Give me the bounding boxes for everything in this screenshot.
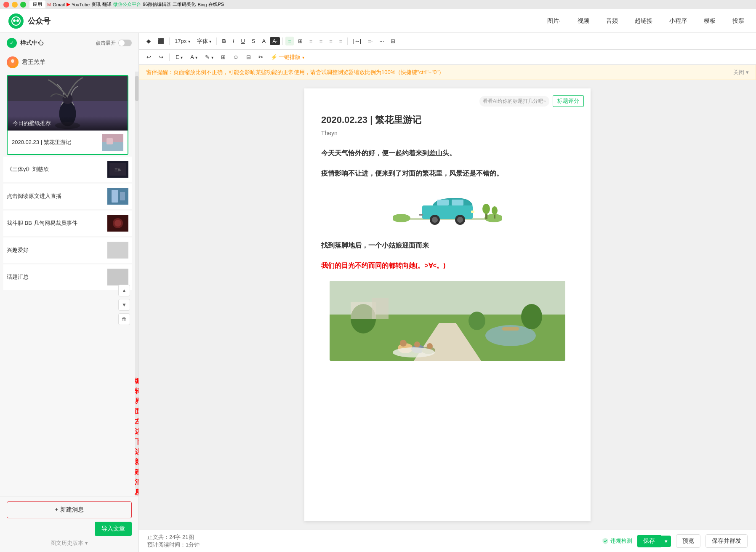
tab-qrcode[interactable]: 二维码美化 (173, 1, 196, 8)
warning-banner: 窗伴提醒：页面缩放比例不正确，可能会影响某些功能的正常使用，请尝试调整浏览器缩放… (139, 65, 756, 80)
tab-news[interactable]: 资讯 (91, 1, 101, 8)
article-item-1[interactable]: 《三体yi》刘慈欣 三体 (3, 157, 132, 182)
article-title-5: 话题汇总 (7, 273, 104, 281)
toolbar-list[interactable]: ≡· (365, 37, 375, 45)
toolbar-textcolor[interactable]: A (260, 37, 269, 45)
toolbar-code[interactable]: ✂ (256, 53, 266, 61)
tab-gmail[interactable]: Gmail (53, 2, 65, 7)
toolbar-bold[interactable]: B (219, 37, 228, 45)
article-item-2[interactable]: 点击阅读原文进入直播 (3, 184, 132, 209)
toolbar-format-icon[interactable]: ◆ (144, 37, 153, 45)
close-banner-button[interactable]: 关闭 ▾ (733, 69, 749, 76)
import-article-button[interactable]: 导入文章 (95, 522, 132, 536)
featured-article[interactable]: 今日的壁纸推荐 2020.02.23 | 繁花里游记 (7, 75, 128, 155)
toolbar-insert-box[interactable]: ⊞ (218, 53, 228, 61)
tab-bing[interactable]: Bing (197, 2, 207, 7)
svg-point-37 (482, 204, 490, 214)
new-message-button[interactable]: + 新建消息 (7, 501, 132, 518)
toolbar-underline[interactable]: U (238, 37, 247, 45)
sidebar-arrow-panel: ▲ ▼ 🗑 (118, 285, 130, 325)
toolbar-onekey-layout[interactable]: ⚡ 一键排版 ▾ (268, 52, 307, 62)
toolbar-emoji[interactable]: ☺ (231, 53, 241, 61)
tab-youtube[interactable]: YouTube (72, 2, 90, 7)
toolbar-redo[interactable]: ↪ (156, 53, 166, 61)
toolbar-divider[interactable]: ⊟ (244, 53, 253, 61)
toolbar-indent-left[interactable]: ≡ (327, 37, 335, 45)
tab-apps[interactable]: 应用 (29, 0, 45, 8)
top-nav-right: 图片· 视频 音频 超链接 小程序 模板 投票 (544, 16, 748, 27)
nav-template[interactable]: 模板 (700, 16, 719, 27)
toolbar-strikethrough[interactable]: S (249, 37, 258, 45)
top-nav: 公众号 图片· 视频 音频 超链接 小程序 模板 投票 (0, 9, 756, 33)
scroll-down-button[interactable]: ▼ (118, 299, 130, 311)
svg-rect-18 (120, 192, 125, 200)
svg-text:三体: 三体 (114, 168, 121, 172)
save-button[interactable]: 保存 (637, 535, 661, 547)
editor-content-wrapper[interactable]: 看看AI给你的标题打几分吧~ 标题评分 2020.02.23 | 繁花里游记 T… (139, 80, 756, 530)
article-thumb-5 (107, 269, 128, 285)
article-para-2: 疫情影响不让进，便来到了对面的繁花里，风景还是不错的。 (321, 167, 574, 180)
status-right: 违规检测 保存 ▾ 预览 保存并群发 (602, 534, 748, 548)
toolbar-bgcolor[interactable]: A· (270, 37, 280, 45)
toggle-switch[interactable]: 点击展开 (96, 40, 132, 47)
sidebar-scrollbar[interactable] (135, 72, 138, 496)
label-rating-button[interactable]: 标题评分 (553, 95, 584, 107)
toggle-pill[interactable] (118, 40, 132, 46)
toolbar-table[interactable]: ⊞ (388, 37, 398, 45)
browser-minimize[interactable] (12, 2, 18, 8)
style-center-left: ✓ 样式中心 (7, 38, 44, 48)
tab-ps[interactable]: 在线PS (208, 1, 224, 8)
preview-button[interactable]: 预览 (676, 534, 700, 548)
toolbar-align-center[interactable]: ⊞ (295, 37, 305, 45)
article-para-1: 今天天气恰外的好，便一起约着来到差山头。 (321, 147, 574, 160)
toolbar-align-left[interactable]: ≡ (285, 37, 294, 45)
toolbar-fontsize[interactable]: 17px ▾ (172, 37, 193, 45)
article-author: Theyn (321, 130, 574, 136)
nav-miniapp[interactable]: 小程序 (666, 16, 690, 27)
nav-audio[interactable]: 音频 (603, 16, 621, 27)
scroll-up-button[interactable]: ▲ (118, 285, 130, 296)
toolbar-brush[interactable]: ✎ ▾ (202, 53, 216, 61)
toolbar-align-justify[interactable]: ≡ (317, 37, 325, 45)
svg-rect-12 (106, 138, 113, 144)
article-item-4[interactable]: 兴趣爱好 (3, 237, 132, 263)
toolbar-align-right[interactable]: ≡ (307, 37, 315, 45)
toolbar-more[interactable]: ··· (377, 37, 386, 45)
toolbar-style-btn[interactable]: ⬛ (155, 37, 167, 45)
toolbar-fontfamily[interactable]: 字体 ▾ (194, 36, 214, 46)
tab-96editor[interactable]: 96微信编辑器 (143, 1, 171, 8)
violation-check-label: 违规检测 (610, 537, 632, 545)
nav-vote[interactable]: 投票 (729, 16, 748, 27)
article-body[interactable]: 今天天气恰外的好，便一起约着来到差山头。 疫情影响不让进，便来到了对面的繁花里，… (321, 147, 574, 361)
word-count: 正文共：24字 21图 (147, 533, 200, 541)
toolbar-lineheight[interactable]: |↔| (350, 37, 364, 45)
tab-weixin[interactable]: 微信公众平台 (113, 1, 141, 8)
article-item-3[interactable]: 我斗胆 BB 几句网易裁员事件 (3, 211, 132, 236)
browser-bar: 应用 M Gmail ▶ YouTube 资讯 翻译 微信公众平台 96微信编辑… (0, 0, 756, 9)
featured-article-footer: 2020.02.23 | 繁花里游记 (8, 131, 128, 154)
sidebar-scrollbar-thumb[interactable] (135, 76, 138, 101)
tab-translate[interactable]: 翻译 (102, 1, 112, 8)
toolbar-color-dropper[interactable]: A ▾ (188, 53, 200, 61)
car-image-container (321, 189, 574, 230)
article-photo (330, 281, 565, 361)
svg-rect-28 (437, 200, 449, 205)
toolbar-italic[interactable]: I (230, 37, 237, 45)
browser-close[interactable] (3, 2, 9, 8)
save-dropdown-button[interactable]: ▾ (661, 536, 671, 547)
nav-hyperlink[interactable]: 超链接 (631, 16, 656, 27)
browser-maximize[interactable] (20, 2, 26, 8)
save-group-button[interactable]: 保存并群发 (705, 534, 748, 548)
toolbar-indent-right[interactable]: ≡ (337, 37, 345, 45)
nav-video[interactable]: 视频 (574, 16, 593, 27)
article-item-5[interactable]: 话题汇总 (3, 264, 132, 290)
save-button-group: 保存 ▾ (637, 535, 671, 547)
history-label[interactable]: 图文历史版本 ▾ (7, 539, 132, 547)
toolbar-undo[interactable]: ↩ (144, 53, 154, 61)
author-name: 君王羔羊 (22, 59, 45, 66)
app-container: 公众号 图片· 视频 音频 超链接 小程序 模板 投票 ✓ 样式中心 点击展开 (0, 9, 756, 552)
nav-image[interactable]: 图片· (544, 16, 564, 27)
toolbar-format-text[interactable]: E ▾ (173, 53, 185, 61)
violation-check-button[interactable]: 违规检测 (602, 537, 632, 545)
delete-article-button[interactable]: 🗑 (118, 313, 130, 325)
